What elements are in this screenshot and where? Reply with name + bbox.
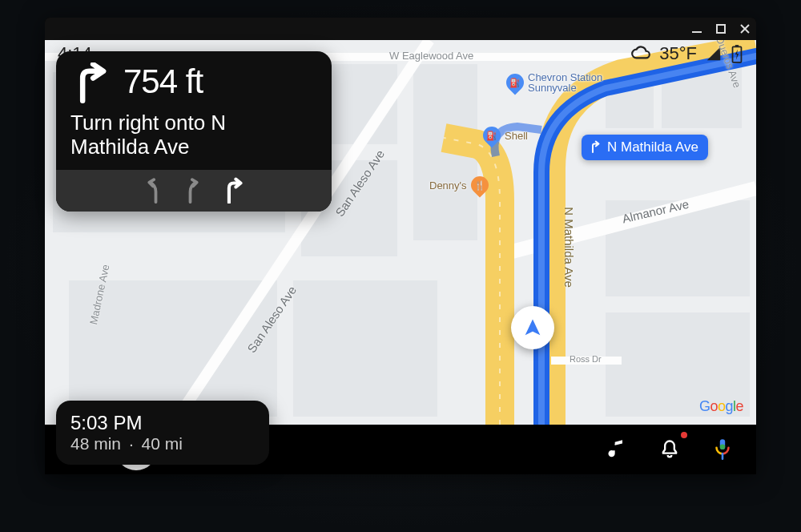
poi-chevron[interactable]: ⛽ Chevron Station Sunnyvale — [506, 72, 616, 93]
turn-right-icon — [588, 140, 602, 155]
bell-icon — [658, 438, 681, 461]
maneuver-instruction: Turn right onto N Mathilda Ave — [56, 107, 332, 170]
google-attribution: Google — [699, 398, 743, 415]
music-button[interactable] — [601, 433, 633, 466]
lane-turn-right-icon — [222, 176, 246, 204]
poi-dennys[interactable]: Denny's 🍴 — [429, 176, 489, 194]
device-window: E Eaglewood Ave W Eaglewood Ave W Eaglew… — [45, 18, 756, 474]
gas-pin-icon: ⛽ — [479, 123, 504, 147]
road-label: N Mathilda Ave — [562, 207, 576, 288]
notifications-button[interactable] — [654, 433, 686, 466]
window-maximize-button[interactable] — [716, 24, 726, 34]
svg-rect-20 — [720, 445, 725, 449]
turn-right-icon — [70, 62, 112, 104]
eta-card[interactable]: 5:03 PM 48 min · 40 mi — [56, 401, 269, 465]
svg-rect-1 — [717, 25, 725, 33]
lane-slight-left-icon — [142, 176, 164, 204]
current-location-puck[interactable] — [511, 306, 554, 349]
svg-rect-11 — [293, 280, 437, 417]
console-background: E Eaglewood Ave W Eaglewood Ave W Eaglew… — [0, 0, 801, 532]
assistant-mic-icon — [712, 437, 733, 461]
next-street-name: N Mathilda Ave — [607, 139, 698, 155]
window-titlebar — [45, 18, 756, 40]
cloud-icon — [630, 43, 651, 64]
music-note-icon — [606, 438, 628, 461]
eta-arrival-time: 5:03 PM — [70, 412, 255, 434]
maneuver-distance: 754 ft — [123, 62, 203, 101]
assistant-button[interactable] — [706, 433, 739, 466]
svg-rect-15 — [735, 45, 739, 47]
road-label: Ross Dr — [570, 354, 602, 364]
navigation-card[interactable]: 754 ft Turn right onto N Mathilda Ave — [56, 51, 332, 212]
window-minimize-button[interactable] — [692, 24, 702, 34]
svg-rect-0 — [692, 31, 702, 33]
road-label: W Eaglewood Ave — [389, 50, 473, 62]
lane-guidance — [56, 170, 332, 212]
poi-label: Chevron Station Sunnyvale — [528, 72, 616, 93]
restaurant-pin-icon: 🍴 — [467, 172, 492, 197]
gas-pin-icon: ⛽ — [502, 70, 527, 95]
window-close-button[interactable] — [740, 24, 750, 34]
status-temperature: 35°F — [659, 43, 697, 64]
next-street-callout[interactable]: N Mathilda Ave — [582, 135, 708, 160]
notification-badge — [681, 432, 687, 438]
poi-label: Shell — [505, 130, 528, 142]
poi-label: Denny's — [429, 179, 467, 191]
lane-slight-right-icon — [182, 176, 204, 204]
eta-summary: 48 min · 40 mi — [70, 434, 255, 453]
poi-shell[interactable]: ⛽ Shell — [483, 127, 528, 144]
location-arrow-icon — [521, 316, 544, 339]
